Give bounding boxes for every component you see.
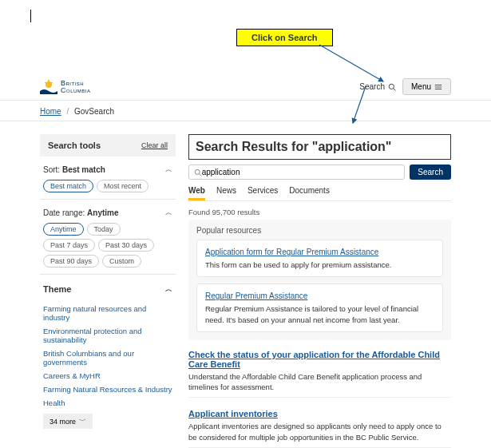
result-link[interactable]: Applicant inventories [188,409,278,418]
results-title-box: Search Results for "application" [188,134,451,160]
header-divider [0,100,491,101]
tab-documents[interactable]: Documents [289,186,330,200]
search-icon [388,83,396,91]
menu-button[interactable]: Menu [402,78,451,95]
theme-more-label: 34 more [49,418,76,426]
theme-link[interactable]: Farming Natural Resources & Industry [43,385,172,394]
chip-most-recent[interactable]: Most recent [97,180,148,192]
popular-link[interactable]: Regular Premium Assistance [205,291,307,300]
chip-best-match[interactable]: Best match [43,180,93,192]
result-link[interactable]: Check the status of your application for… [188,350,440,369]
theme-list: Farming natural resources and industry E… [40,301,176,407]
chip-past90[interactable]: Past 90 days [43,255,99,268]
search-result: Check the status of your application for… [188,350,451,398]
date-chips: Anytime Today Past 7 days Past 30 days P… [40,223,176,268]
tab-services[interactable]: Services [247,186,278,200]
theme-more-button[interactable]: 34 more ﹀ [43,414,93,429]
breadcrumb-current: GovSearch [74,107,114,116]
logo-text-line2: Columbia [61,87,91,94]
result-divider [188,397,451,398]
svg-line-6 [394,88,396,90]
bc-logo-icon [40,80,57,94]
hamburger-icon [434,83,442,91]
tab-news[interactable]: News [216,186,236,200]
chip-custom[interactable]: Custom [102,255,141,268]
sidebar: Search tools Clear all Sort: Best match … [40,134,176,448]
search-icon [194,168,202,176]
header-search-label: Search [359,82,385,91]
svg-rect-4 [48,80,49,86]
date-value: Anytime [87,208,118,217]
theme-title: Theme [43,284,71,295]
breadcrumb: Home / GovSearch [40,107,451,116]
chevron-down-icon: ﹀ [79,416,86,426]
chip-past7[interactable]: Past 7 days [43,239,95,252]
tab-web[interactable]: Web [188,186,205,200]
sort-value: Best match [62,165,105,174]
popular-desc: Regular Premium Assistance is tailored t… [205,303,434,325]
header-search-trigger[interactable]: Search [359,82,396,91]
result-tabs: Web News Services Documents [188,186,451,201]
menu-label: Menu [411,82,431,91]
date-collapse-toggle[interactable]: ︿ [165,208,172,218]
results-count: Found 95,700 results [188,208,451,216]
search-input[interactable] [202,168,400,176]
breadcrumb-home[interactable]: Home [40,107,61,116]
search-result: Applicant inventories Applicant inventor… [188,409,451,448]
chip-past30[interactable]: Past 30 days [98,239,154,252]
theme-link[interactable]: Farming natural resources and industry [43,304,172,322]
search-tools-title: Search tools [48,141,101,150]
breadcrumb-sep: / [66,107,69,116]
chip-today[interactable]: Today [87,223,121,236]
search-input-wrap[interactable] [188,165,405,180]
search-button[interactable]: Search [410,165,451,180]
theme-collapse-toggle[interactable]: ︿ [165,284,172,295]
popular-title: Popular resources [196,226,443,235]
theme-link[interactable]: Health [43,398,172,407]
popular-card: Regular Premium Assistance Regular Premi… [196,283,443,332]
search-tools-header: Search tools Clear all [40,134,176,157]
annotation-callout: Click on Search [236,29,333,46]
breadcrumb-divider [0,121,491,121]
theme-link[interactable]: Careers & MyHR [43,371,172,380]
clear-all-link[interactable]: Clear all [141,141,168,149]
text-cursor [30,10,31,22]
popular-link[interactable]: Application form for Regular Premium Ass… [205,248,378,256]
chip-anytime[interactable]: Anytime [43,223,84,236]
sort-chips: Best match Most recent [40,180,176,192]
result-desc: Applicant inventories are designed so ap… [188,421,451,442]
page-title: Search Results for "application" [196,140,444,154]
popular-desc: This form can be used to apply for premi… [205,260,434,270]
theme-link[interactable]: Environmental protection and sustainabil… [43,327,172,344]
sort-label: Sort: [43,165,60,174]
sort-collapse-toggle[interactable]: ︿ [165,165,172,175]
result-desc: Understand the Affordable Child Care Ben… [188,371,451,393]
bc-logo[interactable]: British Columbia [40,80,91,94]
date-label: Date range: [43,208,85,217]
popular-card: Application form for Regular Premium Ass… [196,240,443,277]
theme-link[interactable]: British Columbians and our governments [43,349,172,367]
svg-point-10 [195,169,200,174]
main-content: Search Results for "application" Search … [188,134,451,448]
popular-resources: Popular resources Application form for R… [188,220,451,340]
svg-point-5 [389,84,394,89]
